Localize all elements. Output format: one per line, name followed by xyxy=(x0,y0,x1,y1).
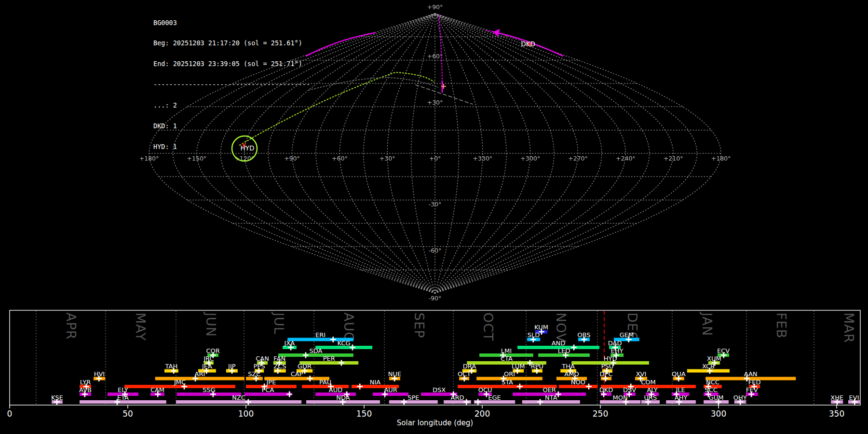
shower-code-scc: SCC xyxy=(705,386,717,393)
peak-marker-kcg xyxy=(350,345,355,351)
shower-code-oct: OCT xyxy=(458,370,471,378)
shower-code-psu: PSU xyxy=(601,363,614,370)
shower-code-ely: ELY xyxy=(118,386,128,393)
west-meteor-trail-path xyxy=(306,33,375,56)
peak-marker-nta xyxy=(537,399,543,405)
shower-code-ard: ARD xyxy=(451,394,464,401)
peak-marker-nia xyxy=(357,384,363,390)
shower-code-urs: URS xyxy=(644,394,657,401)
shower-code-dra: DRA xyxy=(463,363,476,370)
shower-code-qua: QUA xyxy=(672,370,686,378)
peak-marker-ard xyxy=(463,399,469,405)
map-lat-label: +60° xyxy=(427,53,443,60)
peak-marker-eri xyxy=(330,337,336,342)
shower-code-jxa: JXA xyxy=(284,339,295,347)
shower-code-aur: AUR xyxy=(384,386,397,393)
month-label-feb: FEB xyxy=(774,312,789,339)
shower-code-jrc: JRC xyxy=(203,355,214,362)
shower-code-ocu: OCU xyxy=(478,386,492,393)
peak-marker-sta xyxy=(517,384,523,390)
shower-code-dkd: DKD xyxy=(599,386,613,393)
x-tick-label: 350 xyxy=(829,409,844,419)
shower-code-ncc: NCC xyxy=(706,379,719,386)
radiant-label-dkd: DKD xyxy=(521,40,535,48)
shower-code-xhe: XHE xyxy=(830,394,843,401)
x-tick-label: 50 xyxy=(122,409,133,419)
month-label-mar: MAR xyxy=(841,312,856,343)
shower-code-gdr: GDR xyxy=(298,363,312,370)
peak-marker-pca xyxy=(286,392,292,397)
sporadic-count: ...: 2 xyxy=(153,102,310,108)
shower-timeline: APRMAYJUNJULAUGSEPOCTNOVDECJANFEBMARKUME… xyxy=(7,311,860,419)
month-label-sep: SEP xyxy=(412,312,427,338)
shower-code-eri: ERI xyxy=(315,331,326,339)
map-lat-label: -30° xyxy=(429,201,442,208)
shower-code-spe: SPE xyxy=(407,394,419,401)
shower-code-hyd: HYD xyxy=(604,355,617,362)
map-lon-label: +240° xyxy=(616,155,636,162)
month-label-nov: NOV xyxy=(554,312,569,342)
x-tick-label: 250 xyxy=(593,409,608,419)
shower-code-sta: STA xyxy=(502,379,513,386)
sporadic-trail-1-path xyxy=(309,78,438,90)
shower-code-aan: AAN xyxy=(744,370,758,378)
map-lat-label: -90° xyxy=(429,295,442,302)
separator: ---------------------------------------- xyxy=(153,81,310,88)
shower-code-hvi: HVI xyxy=(94,370,105,378)
shower-code-pps: PPS xyxy=(254,363,265,370)
peak-marker-noo xyxy=(586,384,592,390)
shower-code-oer: OER xyxy=(542,386,556,393)
peak-marker-ege xyxy=(475,399,481,405)
shower-code-sld: SLD xyxy=(528,331,540,339)
map-lon-label: +300° xyxy=(520,155,540,162)
map-lat-label: +90° xyxy=(427,3,443,11)
shower-code-zcs: ZCS xyxy=(273,363,286,370)
shower-code-jmc: JMC xyxy=(174,379,186,386)
month-label-jul: JUL xyxy=(271,312,286,335)
shower-code-noo: NOO xyxy=(571,379,585,386)
shower-code-cap: CAP xyxy=(291,370,303,378)
shower-code-leo: LEO xyxy=(558,347,570,354)
shower-code-gum: GUM xyxy=(709,394,724,401)
shower-code-jea: JEA xyxy=(202,363,212,370)
shower-code-ari: ARI xyxy=(195,370,205,378)
shower-code-ori: ORI xyxy=(504,370,515,378)
map-lon-label: +180° xyxy=(711,155,731,162)
shower-code-cam: CAM xyxy=(150,386,164,393)
peak-marker-per xyxy=(339,360,344,366)
x-tick-label: 150 xyxy=(356,409,372,419)
map-lat-label: -60° xyxy=(429,247,442,254)
month-label-jan: JAN xyxy=(700,312,715,336)
shower-code-ege: EGE xyxy=(488,394,501,401)
shower-code-rpu: RPU xyxy=(531,363,543,370)
shower-code-nzc: NZC xyxy=(232,394,245,401)
month-label-oct: OCT xyxy=(481,312,496,341)
shower-code-mon: MON xyxy=(613,394,628,401)
shower-code-avb: AVB xyxy=(79,386,92,393)
shower-code-ohy: OHY xyxy=(733,394,747,401)
shower-code-ehy: EHY xyxy=(611,347,624,354)
month-label-apr: APR xyxy=(64,312,79,340)
x-axis-title: Solar longitude (deg) xyxy=(397,419,473,427)
hyd-count: HYD: 1 xyxy=(153,143,310,150)
shower-code-evi: EVI xyxy=(849,394,859,401)
shower-code-kcg: KCG xyxy=(338,339,351,347)
shower-code-dpc: DPC xyxy=(600,370,613,378)
pole-drift-dotted-path xyxy=(439,15,442,81)
x-tick-label: 100 xyxy=(238,409,254,419)
shower-code-fed: FED xyxy=(748,379,761,386)
shower-code-kum: KUM xyxy=(534,324,548,331)
map-lon-label: +330° xyxy=(473,155,493,162)
shower-code-xcb: XCB xyxy=(702,363,715,370)
peak-marker-cap xyxy=(307,376,313,381)
shower-code-ecv: ECV xyxy=(717,347,730,354)
shower-code-can: CAN xyxy=(256,355,269,362)
shower-code-com: COM xyxy=(641,379,656,386)
shower-code-dsx: DSX xyxy=(433,386,446,393)
shower-code-pca: PCA xyxy=(262,386,274,393)
peak-marker-nzc xyxy=(245,399,251,405)
shower-code-cta: CTA xyxy=(501,355,513,362)
map-lon-label: +270° xyxy=(568,155,588,162)
begin-time: Beg: 20251203 21:17:20 (sol = 251.61°) xyxy=(153,40,310,46)
x-tick-label: 0 xyxy=(7,409,13,419)
